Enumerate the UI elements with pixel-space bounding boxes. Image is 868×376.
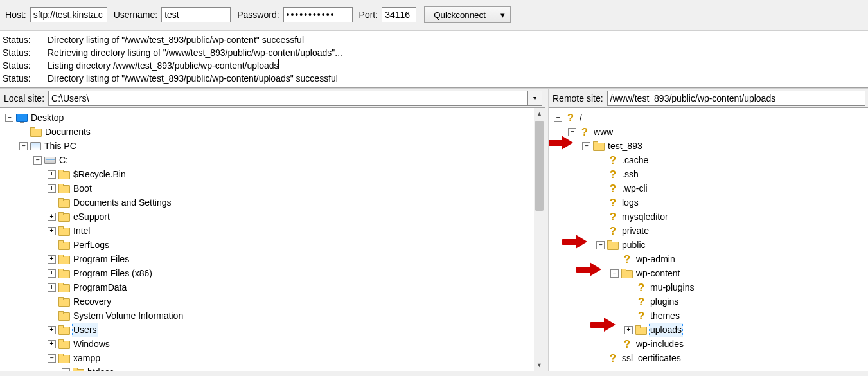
tree-item[interactable]: ?wp-includes <box>553 337 868 351</box>
collapse-icon[interactable]: − <box>596 241 605 249</box>
expand-icon[interactable]: + <box>48 283 56 292</box>
site-panes: Local site: ▾ ▲ ▼ −Desktop Documents−Thi… <box>0 88 868 371</box>
status-label: Status: <box>3 33 48 46</box>
tree-item-label: Windows <box>72 337 111 351</box>
tree-item[interactable]: −wp-content <box>553 266 868 280</box>
status-message: Listing directory /www/test_893/public/w… <box>48 59 279 72</box>
remote-path-input[interactable] <box>607 91 865 106</box>
tree-item-label: Desktop <box>30 111 65 125</box>
tree-item[interactable]: ?ssl_certificates <box>553 351 868 365</box>
scroll-thumb[interactable] <box>535 121 544 211</box>
tree-item[interactable]: ?.ssh <box>553 167 868 181</box>
tree-item[interactable]: −This PC <box>4 139 545 153</box>
folder-icon <box>58 354 70 363</box>
local-tree[interactable]: ▲ ▼ −Desktop Documents−This PC−C:+$Recyc… <box>0 108 545 371</box>
expand-icon[interactable]: + <box>48 170 56 179</box>
expand-icon[interactable]: + <box>48 227 56 235</box>
collapse-icon[interactable]: − <box>568 128 576 136</box>
tree-item[interactable]: ?private <box>553 224 868 238</box>
tree-item[interactable]: +Program Files (x86) <box>4 266 545 280</box>
tree-item-label: / <box>578 111 583 125</box>
tree-item-label: mysqleditor <box>621 210 669 224</box>
collapse-icon[interactable]: − <box>5 114 13 122</box>
tree-item[interactable]: ?mysqleditor <box>553 210 868 224</box>
tree-item[interactable]: +Program Files <box>4 252 545 266</box>
tree-item-label: PerfLogs <box>72 238 111 252</box>
tree-item[interactable]: −Desktop <box>4 111 545 125</box>
collapse-icon[interactable]: − <box>33 156 42 165</box>
tree-item[interactable]: ?wp-admin <box>553 252 868 266</box>
folder-icon <box>593 141 605 150</box>
tree-spacer <box>624 283 633 292</box>
tree-item[interactable]: PerfLogs <box>4 238 545 252</box>
tree-item[interactable]: −test_893 <box>553 139 868 153</box>
tree-item[interactable]: −?www <box>553 125 868 139</box>
expand-icon[interactable]: + <box>48 326 56 334</box>
tree-item[interactable]: +Intel <box>4 224 545 238</box>
tree-spacer <box>610 340 619 348</box>
tree-item[interactable]: +eSupport <box>4 210 545 224</box>
expand-icon[interactable]: + <box>624 326 633 334</box>
tree-item[interactable]: −public <box>553 238 868 252</box>
expand-icon[interactable]: + <box>48 184 56 193</box>
expand-icon[interactable]: + <box>48 269 56 278</box>
folder-icon <box>58 325 70 334</box>
tree-item[interactable]: Documents <box>4 125 545 139</box>
tree-spacer <box>596 354 605 363</box>
tree-item[interactable]: +Windows <box>4 337 545 351</box>
tree-item[interactable]: +uploads <box>553 323 868 337</box>
folder-icon <box>58 240 70 249</box>
local-path-dropdown[interactable]: ▾ <box>528 91 542 106</box>
tree-item[interactable]: +ProgramData <box>4 280 545 294</box>
expand-icon[interactable]: + <box>62 368 70 372</box>
tree-item[interactable]: ?themes <box>553 309 868 323</box>
tree-item[interactable]: +$Recycle.Bin <box>4 167 545 181</box>
tree-item-label: .wp-cli <box>621 182 649 195</box>
tree-item-label: private <box>621 224 650 238</box>
username-input[interactable] <box>161 7 231 22</box>
tree-item[interactable]: −?/ <box>553 111 868 125</box>
scrollbar[interactable]: ▲ ▼ <box>534 108 545 371</box>
password-input[interactable] <box>283 7 353 22</box>
collapse-icon[interactable]: − <box>554 114 562 122</box>
unknown-folder-icon: ? <box>607 169 619 179</box>
local-path-input[interactable] <box>48 91 528 106</box>
tree-item-label: Program Files <box>72 253 130 266</box>
tree-item-label: This PC <box>43 139 78 153</box>
tree-item-label: wp-admin <box>635 253 677 266</box>
tree-item[interactable]: +Users <box>4 323 545 337</box>
tree-item[interactable]: −C: <box>4 153 545 167</box>
tree-item[interactable]: ?mu-plugins <box>553 280 868 294</box>
scroll-down-icon[interactable]: ▼ <box>534 359 545 371</box>
expand-icon[interactable]: + <box>48 213 56 221</box>
quickconnect-button[interactable]: Quickconnect <box>424 6 495 23</box>
tree-item-label: System Volume Information <box>72 309 184 323</box>
tree-item-label: Program Files (x86) <box>72 267 154 280</box>
tree-item[interactable]: −xampp <box>4 351 545 365</box>
tree-item-label: Documents and Settings <box>72 196 173 210</box>
collapse-icon[interactable]: − <box>19 142 28 150</box>
collapse-icon[interactable]: − <box>610 269 619 278</box>
quickconnect-dropdown-button[interactable]: ▾ <box>495 6 511 23</box>
scroll-up-icon[interactable]: ▲ <box>534 108 545 120</box>
tree-item[interactable]: ?logs <box>553 195 868 210</box>
tree-item[interactable]: System Volume Information <box>4 309 545 323</box>
host-input[interactable] <box>30 7 107 22</box>
expand-icon[interactable]: + <box>48 340 56 348</box>
tree-item[interactable]: +Boot <box>4 181 545 195</box>
collapse-icon[interactable]: − <box>48 354 56 363</box>
tree-item[interactable]: ?plugins <box>553 294 868 309</box>
tree-item[interactable]: Recovery <box>4 294 545 309</box>
remote-tree[interactable]: −?/−?www−test_893 ?.cache ?.ssh ?.wp-cli… <box>549 108 868 371</box>
port-input[interactable] <box>382 7 416 22</box>
tree-item[interactable]: ?.wp-cli <box>553 181 868 195</box>
tree-item[interactable]: +htdocs <box>4 365 545 371</box>
tree-item[interactable]: ?.cache <box>553 153 868 167</box>
tree-item-label: mu-plugins <box>649 281 695 294</box>
expand-icon[interactable]: + <box>48 255 56 264</box>
tree-item-label: uploads <box>649 323 683 337</box>
collapse-icon[interactable]: − <box>582 142 590 150</box>
tree-spacer <box>48 312 56 320</box>
unknown-folder-icon: ? <box>607 183 619 193</box>
tree-item[interactable]: Documents and Settings <box>4 195 545 210</box>
